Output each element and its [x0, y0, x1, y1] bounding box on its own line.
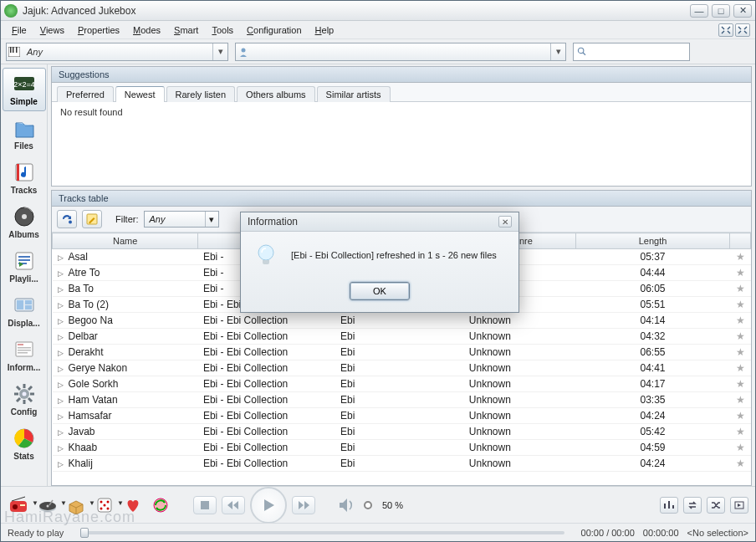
- sidebar-item-files[interactable]: Files: [3, 112, 46, 156]
- chevron-down-icon[interactable]: ▾: [212, 43, 227, 60]
- tab-similar-artists[interactable]: Similar artists: [317, 86, 391, 102]
- karaoke-button[interactable]: [660, 497, 678, 514]
- svg-point-37: [69, 221, 72, 224]
- mute-button[interactable]: [335, 493, 359, 517]
- table-row[interactable]: ▷Begoo NaEbi - Ebi CollectionEbiUnknown0…: [53, 313, 751, 329]
- novelties-button[interactable]: [150, 493, 173, 517]
- seek-thumb[interactable]: [80, 528, 89, 538]
- column-header[interactable]: Length: [575, 233, 730, 249]
- dialog-close-button[interactable]: ✕: [498, 216, 512, 228]
- tab-others-albums[interactable]: Others albums: [237, 86, 315, 102]
- play-button[interactable]: [250, 487, 287, 524]
- sidebar-item-config[interactable]: Config: [3, 378, 46, 422]
- artist-filter-combo[interactable]: ▾: [235, 43, 566, 61]
- svg-point-52: [107, 507, 110, 509]
- favorite-button[interactable]: [121, 493, 145, 517]
- menu-configuration[interactable]: Configuration: [241, 23, 307, 37]
- chevron-down-icon[interactable]: ▾: [205, 212, 218, 227]
- rate-star-icon[interactable]: ★: [730, 297, 751, 313]
- dj-mode-button[interactable]: ▼: [36, 493, 59, 517]
- rate-star-icon[interactable]: ★: [730, 249, 751, 265]
- chevron-down-icon[interactable]: ▾: [550, 43, 565, 60]
- play-icon: [261, 498, 276, 513]
- maximize-button[interactable]: □: [712, 4, 730, 18]
- search-field[interactable]: [590, 46, 686, 58]
- refresh-button[interactable]: [57, 210, 77, 228]
- rate-star-icon[interactable]: ★: [730, 408, 751, 424]
- sidebar-item-info[interactable]: Inform...: [3, 334, 46, 377]
- rate-star-icon[interactable]: ★: [730, 281, 751, 297]
- edit-button[interactable]: [82, 210, 102, 228]
- volume-knob[interactable]: [364, 501, 372, 509]
- close-button[interactable]: ✕: [733, 4, 752, 18]
- rate-star-icon[interactable]: ★: [730, 456, 751, 472]
- rate-star-icon[interactable]: ★: [730, 345, 751, 360]
- table-row[interactable]: ▷JavabEbi - Ebi CollectionEbiUnknown05:4…: [53, 424, 751, 440]
- rate-star-icon[interactable]: ★: [730, 424, 751, 440]
- sidebar-item-simple[interactable]: 2×2=4Simple: [3, 68, 46, 111]
- table-row[interactable]: ▷Ham VatanEbi - Ebi CollectionEbiUnknown…: [53, 392, 751, 408]
- stop-button[interactable]: [193, 496, 217, 514]
- playlist-mode-button[interactable]: ▼: [8, 493, 31, 517]
- svg-rect-15: [18, 259, 30, 261]
- rate-star-icon[interactable]: ★: [730, 376, 751, 392]
- cell-genre: Unknown: [464, 376, 575, 392]
- cell-album: Ebi - Ebi Collection: [198, 313, 335, 329]
- table-row[interactable]: ▷KhalijEbi - Ebi CollectionEbiUnknown04:…: [53, 456, 751, 472]
- menu-smart[interactable]: Smart: [168, 23, 204, 37]
- player-bar: ▼ ▼ ▼ ▼: [1, 486, 755, 523]
- tracks-filter-field-combo[interactable]: Any ▾: [144, 211, 219, 228]
- tab-newest[interactable]: Newest: [115, 86, 165, 102]
- minimize-button[interactable]: —: [690, 4, 708, 18]
- svg-point-49: [107, 500, 110, 503]
- repeat-button[interactable]: [683, 497, 702, 514]
- suggestions-panel: Suggestions PreferredNewestRarely listen…: [51, 66, 752, 187]
- menu-tools[interactable]: Tools: [206, 23, 239, 37]
- rate-star-icon[interactable]: ★: [730, 360, 751, 376]
- rate-star-icon[interactable]: ★: [730, 440, 751, 456]
- menu-modes[interactable]: Modes: [127, 23, 166, 37]
- tab-rarely-listen[interactable]: Rarely listen: [166, 86, 236, 102]
- table-row[interactable]: ▷DelbarEbi - Ebi CollectionEbiUnknown04:…: [53, 329, 751, 345]
- rate-star-icon[interactable]: ★: [730, 329, 751, 345]
- expand-panels-icon[interactable]: [735, 23, 750, 37]
- continue-button[interactable]: [730, 497, 748, 514]
- seek-slider[interactable]: [80, 531, 564, 534]
- tab-preferred[interactable]: Preferred: [57, 86, 114, 102]
- collapse-panels-icon[interactable]: [718, 23, 733, 37]
- rate-star-icon[interactable]: ★: [730, 265, 751, 281]
- table-row[interactable]: ▷KhaabEbi - Ebi CollectionEbiUnknown04:5…: [53, 440, 751, 456]
- sidebar-item-tracks[interactable]: Tracks: [3, 156, 46, 200]
- ok-button[interactable]: OK: [350, 282, 410, 300]
- svg-rect-20: [25, 305, 32, 309]
- piano-icon: [7, 47, 22, 57]
- sidebar-item-playlists[interactable]: Playli...: [3, 245, 46, 289]
- cell-album: Ebi - Ebi Collection: [198, 440, 335, 456]
- search-input[interactable]: [573, 43, 690, 61]
- ambience-button[interactable]: ▼: [64, 493, 88, 517]
- svg-rect-22: [18, 344, 23, 345]
- shuffle-button[interactable]: ▼: [93, 493, 116, 517]
- sidebar-item-albums[interactable]: Albums: [3, 201, 46, 244]
- table-row[interactable]: ▷DerakhtEbi - Ebi CollectionEbiUnknown06…: [53, 345, 751, 360]
- menu-properties[interactable]: Properties: [72, 23, 125, 37]
- column-header[interactable]: [730, 233, 751, 249]
- rate-star-icon[interactable]: ★: [730, 392, 751, 408]
- rate-star-icon[interactable]: ★: [730, 313, 751, 329]
- menu-views[interactable]: Views: [34, 23, 70, 37]
- table-row[interactable]: ▷HamsafarEbi - Ebi CollectionEbiUnknown0…: [53, 408, 751, 424]
- column-header[interactable]: Name: [53, 233, 198, 249]
- random-button[interactable]: [707, 497, 725, 514]
- table-row[interactable]: ▷Gerye NakonEbi - Ebi CollectionEbiUnkno…: [53, 360, 751, 376]
- sidebar-item-display[interactable]: Displa...: [3, 289, 46, 333]
- prev-button[interactable]: [222, 496, 245, 514]
- status-text: Ready to play: [8, 528, 64, 538]
- svg-rect-14: [18, 256, 30, 258]
- style-filter-combo[interactable]: Any ▾: [6, 43, 228, 61]
- menu-help[interactable]: Help: [309, 23, 340, 37]
- table-row[interactable]: ▷Gole SorkhEbi - Ebi CollectionEbiUnknow…: [53, 376, 751, 392]
- sidebar-item-stats[interactable]: Stats: [3, 422, 46, 466]
- menu-file[interactable]: File: [6, 23, 33, 37]
- files-icon: [12, 115, 37, 141]
- next-button[interactable]: [292, 496, 315, 514]
